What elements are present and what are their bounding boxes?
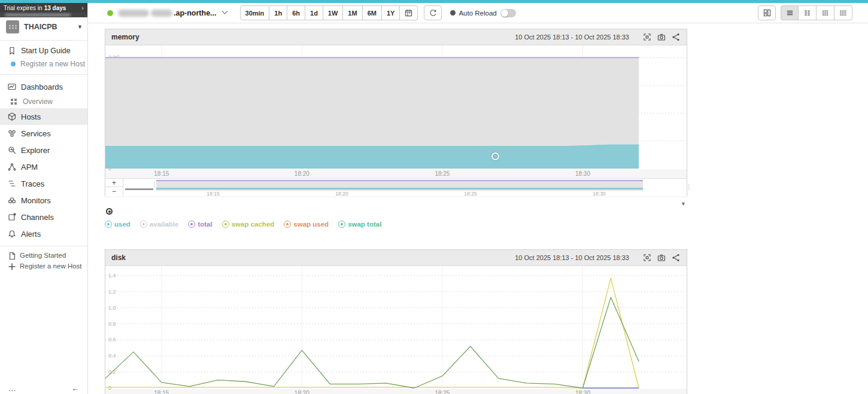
sidebar-item-explorer[interactable]: Explorer	[0, 142, 87, 158]
svg-text:0.6: 0.6	[108, 337, 116, 343]
range-1w-button[interactable]: 1W	[323, 5, 344, 20]
panel-title: memory	[111, 33, 139, 41]
sidebar-item-monitors[interactable]: Monitors	[0, 192, 87, 209]
legend-dot-icon	[140, 221, 147, 228]
trial-text: Trial expires in	[4, 5, 43, 11]
refresh-icon	[429, 9, 437, 17]
sidebar-item-hosts[interactable]: Hosts	[0, 108, 87, 125]
legend-label: available	[150, 221, 179, 228]
fullscreen-icon	[643, 33, 651, 41]
brush-tick: 18:25	[464, 191, 477, 197]
legend-item-available[interactable]: available	[140, 221, 179, 228]
memory-chart[interactable]: 18:1518:2018:2518:3000.5G1.0G1.5G2.0G	[105, 45, 687, 178]
plus-icon	[8, 262, 16, 270]
services-icon	[7, 129, 16, 138]
sidebar-item-alerts[interactable]: Alerts	[0, 225, 87, 242]
brush-selection[interactable]	[156, 180, 643, 191]
share-button[interactable]	[672, 253, 681, 262]
legend-item-swap-cached[interactable]: swap cached	[222, 221, 275, 228]
snapshot-button[interactable]	[657, 33, 666, 42]
sidebar-item-label: Register a new Host	[20, 262, 82, 270]
org-switcher[interactable]: THAICPB ▼	[0, 17, 87, 36]
collapse-sidebar-button[interactable]: ←	[71, 384, 79, 393]
startup-guide-icon	[7, 47, 16, 56]
scrollbar-thumb[interactable]	[125, 188, 153, 190]
grid-2col-view-button[interactable]	[799, 5, 817, 20]
range-1y-button[interactable]: 1Y	[382, 5, 400, 20]
panel-collapse-arrow[interactable]: ▼	[681, 201, 686, 207]
legend-item-swap-total[interactable]: swap total	[338, 221, 381, 228]
calendar-button[interactable]	[400, 5, 418, 20]
range-30min-button[interactable]: 30min	[240, 5, 270, 20]
chevron-down-icon: ▼	[77, 24, 83, 30]
time-brush[interactable]: ⋮ 18:15 18:20 18:25 18:30	[123, 179, 688, 196]
custom-layout-button[interactable]	[758, 5, 776, 20]
sidebar-item-overview[interactable]: Overview	[0, 95, 87, 108]
sidebar-item-dashboards[interactable]: Dashboards	[0, 78, 87, 95]
legend-row: used available total swap cached swap us…	[105, 221, 687, 228]
brush-tick: 18:30	[593, 191, 605, 197]
legend-item-swap-used[interactable]: swap used	[284, 221, 329, 228]
disk-panel-header: disk 10 Oct 2025 18:13 - 10 Oct 2025 18:…	[105, 250, 687, 266]
range-6m-button[interactable]: 6M	[363, 5, 382, 20]
sidebar-item-label: Getting Started	[20, 252, 66, 259]
grid-4col-view-button[interactable]	[834, 5, 852, 20]
legend-item-used[interactable]: used	[105, 221, 130, 228]
sidebar-item-channels[interactable]: Channels	[0, 209, 87, 225]
brush-right-handle[interactable]: ⋮	[686, 184, 692, 190]
disk-chart[interactable]: 18:1518:2018:2518:3000.20.40.60.81.01.21…	[105, 266, 687, 394]
grid-3col-icon	[821, 9, 829, 17]
sidebar-item-apm[interactable]: APM	[0, 158, 87, 175]
snapshot-button[interactable]	[657, 253, 666, 262]
disk-panel: disk 10 Oct 2025 18:13 - 10 Oct 2025 18:…	[105, 249, 687, 394]
auto-reload-status-dot	[450, 10, 456, 16]
legend-toggle-all[interactable]	[106, 208, 113, 215]
range-1h-button[interactable]: 1h	[269, 5, 287, 20]
zoom-in-button[interactable]: +	[105, 179, 123, 187]
refresh-button[interactable]	[424, 5, 442, 20]
range-6h-button[interactable]: 6h	[287, 5, 305, 20]
host-status-dot	[107, 10, 113, 16]
host-name-suffix[interactable]: .ap-northe...	[174, 9, 217, 17]
sidebar-item-getting-started[interactable]: Getting Started	[0, 250, 87, 261]
sidebar-item-register-host[interactable]: Register a new Host	[0, 57, 87, 71]
memory-legend: used available total swap cached swap us…	[105, 208, 687, 228]
dashboards-icon	[7, 83, 16, 91]
svg-text:18:30: 18:30	[575, 170, 590, 177]
legend-item-total[interactable]: total	[188, 221, 212, 228]
brush-left-handle[interactable]: ⋮	[151, 181, 157, 187]
range-1m-button[interactable]: 1M	[343, 5, 362, 20]
auto-reload-toggle[interactable]	[500, 9, 516, 17]
fullscreen-button[interactable]	[643, 253, 652, 262]
sidebar-item-register-host-2[interactable]: Register a new Host	[0, 261, 87, 271]
share-button[interactable]	[672, 33, 681, 42]
alerts-bell-icon	[7, 230, 16, 239]
grid-size-group	[781, 5, 852, 20]
sidebar-item-startup-guide[interactable]: Start Up Guide	[0, 44, 87, 57]
legend-dot-icon	[338, 221, 345, 228]
grid-3col-view-button[interactable]	[817, 5, 834, 20]
divider	[0, 74, 87, 75]
blurred-text	[5, 14, 71, 16]
trial-banner[interactable]: Trial expires in 13 days ›	[0, 3, 87, 13]
svg-text:0: 0	[108, 385, 111, 391]
hosts-cube-icon	[7, 112, 16, 121]
brush-tick: 18:15	[207, 191, 219, 197]
zoom-out-button[interactable]: −	[105, 187, 123, 196]
range-1d-button[interactable]: 1d	[305, 5, 323, 20]
svg-text:18:25: 18:25	[435, 390, 450, 394]
list-view-button[interactable]	[781, 5, 799, 20]
document-icon	[8, 252, 16, 259]
page-header: .ap-northe... 30min 1h 6h 1d 1W 1M 6M 1Y…	[88, 3, 868, 23]
sidebar-item-services[interactable]: Services	[0, 125, 87, 142]
fullscreen-button[interactable]	[643, 33, 652, 42]
svg-text:0.4: 0.4	[108, 353, 116, 359]
memory-panel: memory 10 Oct 2025 18:13 - 10 Oct 2025 1…	[105, 29, 687, 196]
sidebar-item-label: Channels	[21, 213, 54, 222]
sidebar-item-traces[interactable]: Traces	[0, 175, 87, 192]
legend-label: swap used	[293, 221, 329, 228]
sidebar-item-label: Start Up Guide	[21, 47, 71, 55]
more-options-button[interactable]: …	[8, 384, 16, 393]
new-dot-icon	[11, 62, 16, 66]
chevron-down-icon[interactable]	[221, 8, 227, 14]
